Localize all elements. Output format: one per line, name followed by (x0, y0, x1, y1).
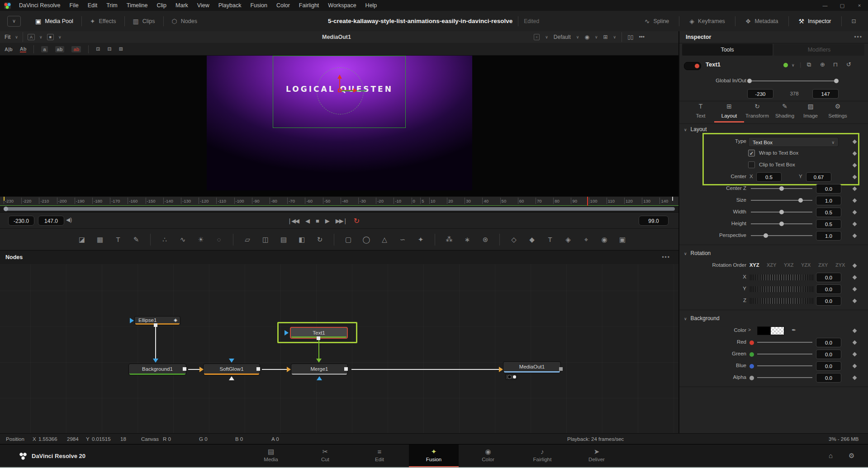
clean-feed-icon[interactable]: ⊡ (844, 11, 864, 31)
minimize-icon[interactable]: — (816, 0, 834, 11)
port-arrow-icon[interactable] (199, 367, 204, 372)
toolbar-media-pool-button[interactable]: ▣Media Pool (27, 11, 81, 31)
in-point-marker[interactable] (4, 197, 5, 201)
slider-handle[interactable] (798, 198, 803, 203)
tab-layout[interactable]: ⊞Layout (716, 103, 743, 118)
tab-image[interactable]: ▨Image (797, 103, 824, 118)
height-field[interactable]: 0.5 (816, 219, 841, 229)
fit-dropdown[interactable]: Fit (5, 34, 10, 40)
keyframe-diamond-icon[interactable] (853, 140, 857, 144)
keyframe-diamond-icon[interactable] (853, 264, 857, 268)
slider-color-dot[interactable] (749, 352, 754, 357)
rotation-order-yxz[interactable]: YXZ (784, 262, 793, 268)
rotation-order-zxy[interactable]: ZXY (818, 262, 828, 268)
char-red-icon[interactable]: ab (71, 46, 81, 52)
viewer-canvas[interactable]: LOGICAL QUESTEN (0, 56, 678, 196)
prender-tool-icon[interactable]: ⊛ (481, 236, 489, 244)
stop-button[interactable]: ■ (316, 217, 318, 224)
slider-handle[interactable] (764, 233, 768, 238)
channel-select-icon[interactable]: A (28, 34, 35, 40)
menu-trim[interactable]: Trim (102, 0, 122, 11)
width-field[interactable]: 0.5 (816, 208, 841, 217)
port-arrow-icon[interactable] (317, 376, 322, 380)
pemitter-tool-icon[interactable]: ⁂ (445, 236, 453, 244)
output-port[interactable] (559, 367, 563, 371)
node-enable-toggle[interactable] (684, 62, 701, 70)
slider-color-dot[interactable] (749, 340, 754, 345)
wrap-to-text-box-checkbox[interactable]: ✓ (748, 150, 755, 156)
page-cut[interactable]: ✂Cut (300, 444, 350, 467)
menu-help[interactable]: Help (361, 0, 382, 11)
letterbox-tool-icon[interactable]: ◧ (298, 236, 306, 244)
timeline-scrollbar[interactable] (4, 207, 675, 211)
port-arrow-icon[interactable] (287, 367, 291, 372)
tab-text[interactable]: TText (687, 103, 714, 118)
page-fairlight[interactable]: ♪Fairlight (517, 444, 567, 467)
current-frame-field[interactable]: 99.0 (639, 216, 669, 226)
viewer-options-icon[interactable]: ••• (639, 34, 645, 40)
page-color[interactable]: ◉Color (463, 444, 513, 467)
dve-tool-icon[interactable]: ↻ (316, 236, 324, 244)
scrollbar-knob[interactable] (4, 207, 8, 211)
section-header-background[interactable]: ∨Background (684, 315, 720, 321)
toolbar-keyframes-button[interactable]: ◈Keyframes (681, 11, 733, 31)
red-slider[interactable] (757, 342, 812, 343)
perspective-field[interactable]: 1.0 (816, 231, 841, 241)
tab-modifiers[interactable]: Modifiers (774, 44, 864, 56)
polygon-mask-tool-icon[interactable]: △ (380, 236, 389, 244)
menu-playback[interactable]: Playback (214, 0, 246, 11)
settings-gear-icon[interactable]: ⚙ (849, 444, 854, 467)
transform-tool-icon[interactable]: ▱ (243, 236, 251, 244)
page-media[interactable]: ▤Media (246, 444, 296, 467)
menu-view[interactable]: View (193, 0, 214, 11)
output-port[interactable] (344, 367, 348, 371)
keyframe-diamond-icon[interactable] (853, 287, 857, 292)
imageplane3d-tool-icon[interactable]: ◇ (510, 236, 518, 244)
playhead[interactable] (587, 197, 588, 206)
port-arrow-icon[interactable] (316, 359, 322, 363)
page-edit[interactable]: ≡Edit (355, 444, 404, 467)
center-y-field[interactable]: 0.67 (806, 172, 831, 182)
blur-tool-icon[interactable]: ◌ (215, 236, 223, 243)
buffer-select-icon[interactable]: ■ (47, 34, 54, 40)
menu-fairlight[interactable]: Fairlight (294, 0, 323, 11)
nodes-options-icon[interactable]: ••• (662, 251, 670, 264)
menu-fusion[interactable]: Fusion (246, 0, 272, 11)
slider-handle[interactable] (779, 186, 784, 191)
play-reverse-button[interactable]: ◀ (305, 217, 309, 224)
output-port[interactable] (183, 367, 186, 371)
global-in-field[interactable]: -230 (747, 89, 773, 99)
rotation-order-zyx[interactable]: ZYX (835, 262, 845, 268)
slider-handle[interactable] (779, 222, 784, 226)
section-header-rotation[interactable]: ∨Rotation (684, 250, 711, 256)
magicmask-tool-icon[interactable]: ✦ (417, 236, 425, 244)
audio-icon[interactable]: ◀) (66, 217, 72, 223)
dual-viewer-icon[interactable]: ▯▯ (627, 34, 633, 40)
bspline-mask-tool-icon[interactable]: ∽ (398, 236, 407, 244)
menu-workspace[interactable]: Workspace (323, 0, 360, 11)
menu-clip[interactable]: Clip (152, 0, 171, 11)
output-port[interactable] (256, 367, 260, 371)
lock-icon[interactable]: ⊓ (833, 61, 838, 68)
ellipse-mask-tool-icon[interactable]: ◯ (362, 236, 370, 244)
tab-shading[interactable]: ✎Shading (771, 103, 798, 118)
maximize-icon[interactable]: ▢ (834, 0, 851, 11)
keyframe-diamond-icon[interactable] (853, 275, 857, 280)
center-x-field[interactable]: 0.5 (756, 172, 782, 182)
global-inout-slider[interactable] (748, 80, 838, 81)
play-button[interactable]: ▶ (325, 217, 329, 224)
menu-file[interactable]: File (65, 0, 83, 11)
loop-button[interactable]: ↻ (354, 217, 360, 225)
alpha-field[interactable]: 0.0 (816, 373, 841, 383)
keyframe-diamond-icon[interactable] (853, 299, 857, 303)
port-arrow-icon[interactable] (130, 318, 134, 323)
toolbar-effects-button[interactable]: ✦Effects (82, 11, 124, 31)
rectangle-mask-tool-icon[interactable]: ▢ (344, 236, 352, 244)
port-arrow-icon[interactable] (229, 359, 234, 363)
slider-handle[interactable] (747, 79, 752, 83)
text-plus-tool-icon[interactable]: T (114, 236, 122, 243)
node-softglow1[interactable]: SoftGlow1 (203, 364, 260, 375)
blue-slider[interactable] (757, 365, 812, 366)
insert-node-icon[interactable]: ⊡ (96, 46, 100, 52)
versions-icon[interactable]: ⧉ (807, 61, 811, 68)
